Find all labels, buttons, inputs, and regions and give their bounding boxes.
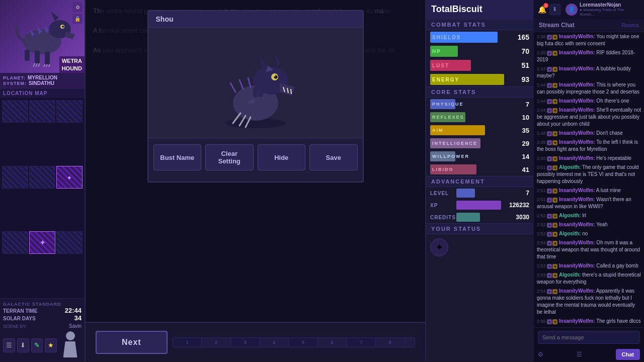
- level-fill: [456, 189, 475, 198]
- chat-sub-badge: ★: [552, 214, 557, 219]
- energy-value: 93: [512, 75, 529, 83]
- svg-marker-15: [258, 55, 268, 69]
- hp-row: HP 70: [426, 44, 533, 58]
- lust-bar-container: LUST: [430, 60, 510, 71]
- stream-chat-header: Stream Chat Rooms: [534, 19, 644, 32]
- chat-badge: ●: [547, 140, 552, 145]
- next-button[interactable]: Next: [96, 331, 168, 354]
- chat-message-text: He's repeatable: [596, 155, 631, 161]
- avatar-area: [59, 331, 82, 359]
- chat-settings-button[interactable]: ⚙: [538, 351, 543, 358]
- svg-point-19: [274, 75, 275, 76]
- aim-label: AIM: [432, 125, 444, 135]
- chat-message-text: no: [582, 231, 588, 236]
- terran-value: 22:44: [65, 307, 82, 314]
- chat-input[interactable]: [538, 331, 640, 344]
- map-cell-1[interactable]: [2, 100, 28, 123]
- chat-message: 2:44 ●★ InsanityWolfm: This is where you…: [537, 81, 641, 96]
- chat-message-text: The girls have dlccs: [596, 318, 640, 324]
- chat-message: 2:50 ●★ InsanityWolfm: He's repeatable: [537, 154, 641, 162]
- map-cell-9[interactable]: [56, 231, 83, 254]
- svg-rect-14: [253, 87, 263, 97]
- user-brief-info: LoremasterNojan ● streaming Trials of Th…: [580, 2, 640, 17]
- chat-badge: ●: [547, 165, 552, 170]
- scene-label: SCENE BY:: [3, 324, 27, 329]
- credits-fill: [456, 213, 480, 222]
- chat-username: InsanityWolfm:: [559, 155, 595, 161]
- chat-message-text: Don't chase: [596, 130, 623, 136]
- chat-username: InsanityWolfm:: [559, 66, 595, 71]
- chat-username: Algosith:: [559, 164, 581, 170]
- bust-modal-header: Shou: [148, 11, 363, 28]
- chat-time: 2:51: [537, 188, 546, 193]
- hide-button[interactable]: Hide: [258, 144, 306, 170]
- chat-badge: ●: [547, 223, 552, 228]
- reflexes-label: REFLEXES: [432, 112, 464, 122]
- level-row: LEVEL 7: [426, 187, 533, 199]
- map-cell-7[interactable]: [2, 231, 28, 254]
- chat-message: 2:36 ●★ InsanityWolfm: You might take on…: [537, 33, 641, 48]
- clear-setting-button[interactable]: Clear Setting: [205, 144, 254, 170]
- chat-message: 2:44 ●★ InsanityWolfm: She'll eventually…: [537, 106, 641, 128]
- chat-sub-badge: ★: [552, 289, 557, 294]
- menu-icon-btn[interactable]: ☰: [3, 338, 15, 352]
- solar-value: 34: [74, 314, 82, 322]
- chat-user-icons: ●★: [547, 140, 557, 145]
- chat-time: 2:44: [537, 99, 546, 104]
- left-sidebar: ⚙ 🔒 WETRA HOUND PLANET: MYRELLION SYSTEM…: [0, 0, 86, 362]
- map-cell-3[interactable]: [56, 100, 83, 123]
- svg-marker-2: [51, 12, 59, 21]
- chat-time: 2:51: [537, 197, 546, 202]
- chat-badge: ●: [547, 198, 552, 203]
- chat-list-button[interactable]: ☰: [577, 351, 582, 358]
- map-star-icon: ✦: [39, 238, 46, 247]
- chat-badge: ●: [547, 289, 552, 294]
- chat-time: 2:48: [537, 140, 546, 145]
- save-button[interactable]: Save: [309, 144, 358, 170]
- chat-sub-badge: ★: [552, 108, 557, 113]
- edit-icon-btn[interactable]: ✎: [31, 338, 43, 352]
- intelligence-container: INTELLIGENCE: [430, 138, 514, 148]
- level-label: LEVEL: [430, 191, 456, 196]
- chat-badge: ●: [547, 99, 552, 104]
- aim-container: AIM: [430, 125, 514, 135]
- progress-seg-4: 4: [260, 338, 289, 347]
- chat-badge: ●: [547, 273, 552, 278]
- chat-time: 2:53: [537, 263, 546, 268]
- map-cell-5[interactable]: [29, 166, 55, 189]
- map-cell-6[interactable]: ⬥: [56, 166, 83, 189]
- chat-username: Algosith:: [559, 272, 581, 278]
- location-map-header: LOCATION MAP: [0, 88, 85, 98]
- lust-value: 51: [512, 61, 529, 69]
- chat-send-button[interactable]: Chat: [616, 349, 640, 360]
- galactic-label: GALACTIC STANDARD: [3, 302, 82, 307]
- chat-sub-badge: ★: [552, 241, 557, 246]
- map-cell-2[interactable]: [29, 100, 55, 123]
- intelligence-row: INTELLIGENCE 29: [426, 137, 533, 150]
- chat-time: 2:53: [537, 273, 546, 278]
- chat-message: 2:53 ●★ Algosith: there's a stupid theor…: [537, 271, 641, 286]
- star-icon-btn[interactable]: ★: [45, 338, 57, 352]
- chat-sub-badge: ★: [552, 131, 557, 136]
- chat-sub-badge: ★: [552, 35, 557, 40]
- chat-sub-badge: ★: [552, 51, 557, 56]
- chat-message: 2:54 ●★ InsanityWolfm: Apparently it was…: [537, 287, 641, 316]
- chat-message: 2:51 ●★ InsanityWolfm: Wasn't there an a…: [537, 196, 641, 211]
- notif-download-btn[interactable]: ⬇: [549, 4, 560, 15]
- twitch-panel: 🔔 1 ⬇ 👤 LoremasterNojan ● streaming Tria…: [533, 0, 644, 362]
- map-cell-4[interactable]: [2, 166, 28, 189]
- settings-icon-1[interactable]: ⚙: [72, 2, 83, 12]
- libido-label: LIBIDO: [432, 164, 454, 174]
- bust-name-button[interactable]: Bust Name: [153, 144, 202, 170]
- chat-user-icons: ●★: [547, 83, 557, 88]
- shields-row: SHIELDS 165: [426, 30, 533, 44]
- rooms-button[interactable]: Rooms: [621, 22, 639, 28]
- chat-time: 2:39: [537, 50, 546, 55]
- bust-modal-title: Shou: [156, 15, 174, 23]
- map-cell-8[interactable]: ✦: [29, 231, 55, 254]
- chat-time: 2:52: [537, 222, 546, 227]
- xp-value: 126232: [509, 202, 529, 209]
- settings-icon-2[interactable]: 🔒: [72, 14, 83, 24]
- physique-row: PHYSIQUE 7: [426, 98, 533, 111]
- download-icon-btn[interactable]: ⬇: [17, 338, 29, 352]
